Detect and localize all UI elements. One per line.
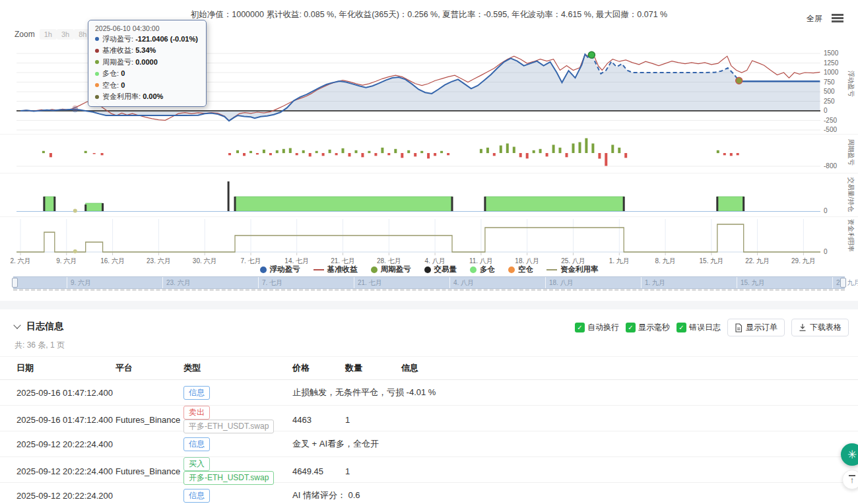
navigator-label: 9. 六月 [71,278,91,288]
log-section: 日志信息 ✓自动换行✓显示毫秒✓错误日志显示订单下载表格 共: 36 条, 1 … [0,310,858,504]
navigator-separator [449,277,450,288]
log-count: 共: 36 条, 1 页 [15,340,65,351]
back-to-top-button[interactable]: ↑ [842,470,858,489]
volume-bar [451,197,453,211]
download-table-button[interactable]: 下载表格 [791,319,849,336]
zoom-button-1h[interactable]: 1h [40,29,57,40]
legend-marker-icon [314,269,324,270]
svg-text:0: 0 [824,207,828,214]
zoom-label: Zoom [15,30,35,39]
ai-assistant-button[interactable]: ✳ [841,443,858,466]
svg-text:周期盈亏: 周期盈亏 [847,139,855,166]
table-header-row: 日期平台类型价格数量信息 [0,356,858,380]
navigator-label: 29. 九月 [836,278,858,288]
legend-item[interactable]: 周期盈亏 [371,265,411,274]
checkbox-autowrap[interactable]: ✓自动换行 [575,322,619,333]
tooltip-row: 资金利用率: 0.00% [95,92,199,102]
legend-marker-icon [508,267,515,273]
svg-text:2. 六月: 2. 六月 [10,257,30,265]
table-row[interactable]: 2025-09-16 01:47:12.400信息止损触发，无条件平仓，亏损 -… [0,380,858,406]
svg-text:23. 六月: 23. 六月 [147,257,171,265]
svg-text:7. 七月: 7. 七月 [240,257,261,265]
navigator-separator [737,277,737,288]
chart-legend: 浮动盈亏基准收益周期盈亏交易量多仓空仓资金利用率 [0,265,858,274]
chart-navigator[interactable]: 9. 六月23. 六月7. 七月21. 七月4. 八月18. 八月1. 九月15… [13,276,845,289]
legend-item[interactable]: 多仓 [470,265,495,274]
table-row[interactable]: 2025-09-12 20:22:24.200信息AI 情绪评分： 0.6 [0,483,858,504]
volume-bar [53,197,55,211]
log-platform: Futures_Binance [116,415,183,425]
legend-marker-icon [470,267,477,273]
svg-text:30. 六月: 30. 六月 [193,257,217,265]
zoom-button-3h[interactable]: 3h [57,29,74,40]
table-row[interactable]: 2025-09-16 01:47:12.400Futures_Binance卖出… [0,406,858,431]
table-row[interactable]: 2025-09-12 20:22:24.400信息金叉 + AI看多，全仓开 [0,431,858,457]
table-row[interactable]: 2025-09-12 20:22:24.400Futures_Binance买入… [0,457,858,483]
svg-text:11. 八月: 11. 八月 [469,257,493,265]
checkbox-errorlog[interactable]: ✓错误日志 [676,322,721,333]
legend-item[interactable]: 空仓 [508,265,533,274]
svg-text:-250: -250 [824,117,837,124]
volume-bar [234,197,236,211]
document-icon [735,323,742,332]
log-section-title: 日志信息 [26,321,63,332]
legend-marker-icon [546,269,557,270]
svg-text:0: 0 [824,107,828,114]
svg-text:1500: 1500 [824,49,839,57]
navigator-handle-left[interactable] [12,278,18,288]
svg-text:29. 九月: 29. 九月 [791,257,816,265]
svg-text:9. 六月: 9. 六月 [56,257,77,265]
tooltip-row: 多仓: 0 [95,69,199,79]
navigator-axis [13,289,845,291]
tooltip-row: 空仓: 0 [95,80,199,90]
tooltip-timestamp: 2025-06-10 04:30:00 [95,24,199,32]
type-badge: 平多-ETH_USDT.swap [183,420,274,433]
volume-bar [102,203,104,211]
svg-text:1000: 1000 [824,69,839,76]
log-date: 2025-09-16 01:47:12.400 [16,415,116,425]
navigator-separator [67,277,67,288]
log-qty: 1 [345,415,401,425]
arrow-up-icon: ↑ [850,475,855,485]
navigator-separator [258,277,259,288]
section-divider [0,301,858,309]
checkbox-milliseconds[interactable]: ✓显示毫秒 [626,322,670,333]
legend-marker-icon [371,267,378,273]
svg-text:交易量/持仓: 交易量/持仓 [847,177,855,212]
log-type: 买入开多-ETH_USDT.swap [183,457,292,485]
svg-text:-800: -800 [824,162,837,170]
series-dot-icon [95,49,99,53]
log-type: 信息 [183,437,292,451]
log-qty: 1 [345,466,401,476]
log-date: 2025-09-12 20:22:24.400 [16,466,116,476]
legend-item[interactable]: 交易量 [424,265,457,274]
column-header: 价格 [292,362,345,374]
svg-text:8. 九月: 8. 九月 [655,257,676,265]
svg-text:750: 750 [824,79,835,86]
navigator-handle-right[interactable] [840,278,846,288]
legend-item[interactable]: 浮动盈亏 [260,265,300,274]
backtest-chart-area: 2. 六月9. 六月16. 六月23. 六月30. 六月7. 七月14. 七月2… [0,0,858,294]
navigator-separator [354,277,354,288]
tooltip-row: 浮动盈亏: -121.0406 (-0.01%) [95,34,199,44]
type-badge: 信息 [183,386,210,400]
show-orders-button[interactable]: 显示订单 [727,319,785,336]
navigator-separator [162,277,163,288]
svg-text:1. 九月: 1. 九月 [609,257,630,265]
legend-item[interactable]: 资金利用率 [546,265,599,274]
log-date: 2025-09-12 20:22:24.400 [16,439,116,449]
navigator-label: 15. 九月 [741,278,765,288]
fund-util-series [16,224,820,252]
zoom-toolbar: Zoom 1h3h8h [15,30,91,39]
type-badge: 信息 [183,489,210,503]
series-dot-icon [95,60,99,64]
collapse-chevron-icon[interactable] [13,321,20,329]
log-table: 日期平台类型价格数量信息2025-09-16 01:47:12.400信息止损触… [0,356,858,504]
column-header: 类型 [183,362,292,374]
svg-text:250: 250 [824,98,835,105]
checkmark-icon: ✓ [676,323,686,332]
volume-bar [43,197,45,211]
svg-text:25. 八月: 25. 八月 [561,257,585,265]
legend-item[interactable]: 基准收益 [314,265,358,274]
type-badge: 信息 [183,437,210,451]
